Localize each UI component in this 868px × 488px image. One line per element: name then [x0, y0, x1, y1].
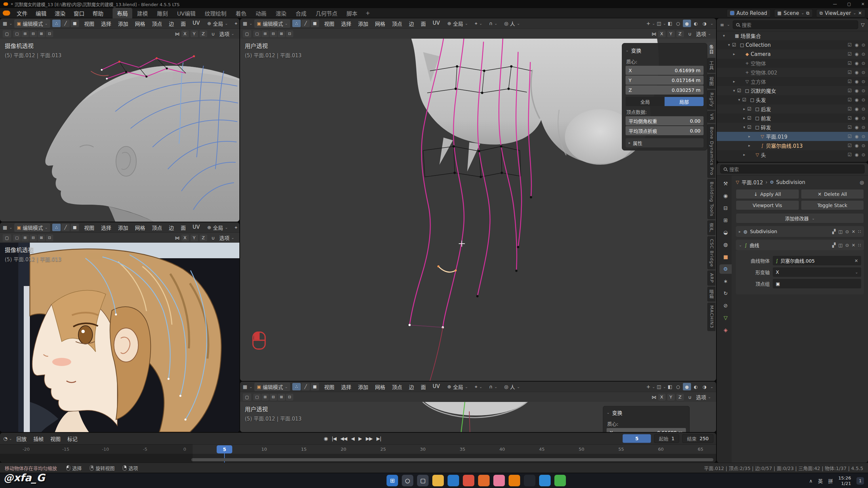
- properties-tab[interactable]: ◍: [719, 240, 732, 249]
- play-reverse-button[interactable]: ◀: [351, 436, 354, 441]
- editor-type-icon[interactable]: ▦: [3, 21, 7, 26]
- notification-badge[interactable]: 1: [856, 477, 864, 485]
- jump-start-button[interactable]: |◀: [332, 436, 336, 441]
- properties-tab[interactable]: ∗: [719, 277, 732, 286]
- workspace-tab[interactable]: 动画: [251, 8, 271, 19]
- viewport-menu-item[interactable]: 选择: [98, 19, 114, 28]
- properties-tab[interactable]: ▽: [719, 313, 732, 323]
- deform-axis-dropdown[interactable]: X ⌄: [773, 267, 861, 277]
- select-extend-button[interactable]: ⊞: [21, 30, 29, 37]
- workspace-tab[interactable]: UV编辑: [173, 8, 200, 19]
- select-invert-button[interactable]: ⊠: [38, 235, 45, 241]
- outliner-row[interactable]: ▾ ☑ □ Collection ☑ ◉ ⊙: [717, 40, 868, 49]
- hide-viewport-icon[interactable]: ◉: [855, 79, 859, 84]
- select-new-button[interactable]: ▢: [253, 394, 261, 401]
- viewport-main[interactable]: ▦ ⌄ ▣ 编辑模式 ⌄ ∴ ╱ ■ 视图选择添加网格顶点边面UV ⊕ 全局 ⌄…: [240, 18, 716, 381]
- select-subtract-button[interactable]: ⊟: [270, 394, 277, 401]
- viewport-menu-item[interactable]: 边: [166, 19, 177, 28]
- viewport-menu-item[interactable]: 网格: [132, 19, 148, 28]
- sidebar-tab[interactable]: ARP: [707, 270, 715, 286]
- editor-type-icon[interactable]: ▦: [3, 225, 7, 230]
- workspace-tab[interactable]: 几何节点: [311, 8, 342, 19]
- outliner-row[interactable]: ▸ ◆ Camera ☑ ◉ ⊙: [717, 49, 868, 59]
- select-extend-button[interactable]: ⊞: [261, 394, 269, 401]
- outliner-row[interactable]: ▸ ▽ 立方体 ☑ ◉ ⊙: [717, 77, 868, 86]
- hide-viewport-icon[interactable]: ◉: [855, 134, 859, 139]
- xray-icon[interactable]: ◧: [668, 21, 672, 26]
- xray-icon[interactable]: ◧: [668, 384, 672, 389]
- disable-render-icon[interactable]: ⊙: [862, 152, 865, 157]
- expand-icon[interactable]: ▸: [741, 107, 747, 111]
- disable-render-icon[interactable]: ⊙: [862, 79, 865, 84]
- hide-viewport-icon[interactable]: ◉: [855, 52, 859, 57]
- properties-tab[interactable]: ⚒: [719, 179, 732, 188]
- modifier-subdivision[interactable]: ▸ ◍ Subdivision ▞ ◫ ⊙ ✕ ∷: [736, 226, 864, 237]
- exclude-checkbox-icon[interactable]: ☑: [848, 116, 852, 121]
- hide-viewport-icon[interactable]: ◉: [855, 143, 859, 148]
- prev-keyframe-button[interactable]: ◀◀: [340, 436, 347, 441]
- modifier-extras-icon[interactable]: ∷: [858, 229, 861, 234]
- viewport-menu-item[interactable]: 边: [406, 382, 417, 391]
- overlays-icon[interactable]: ◫: [657, 21, 661, 26]
- collection-checkbox[interactable]: ☑: [747, 106, 754, 111]
- ime-language-indicator[interactable]: 英: [818, 477, 823, 484]
- viewport-menu-item[interactable]: 边: [406, 19, 417, 28]
- hide-viewport-icon[interactable]: ◉: [855, 97, 859, 102]
- properties-tab[interactable]: ◒: [719, 228, 732, 237]
- workspace-tab[interactable]: 布局: [113, 8, 132, 19]
- taskbar-app-icon[interactable]: [448, 475, 459, 486]
- face-select-button[interactable]: ■: [71, 224, 79, 231]
- workspace-tab[interactable]: 建模: [133, 8, 152, 19]
- curve-object-field[interactable]: ∫ 贝塞尔曲线.005 ✕: [773, 256, 861, 265]
- shading-solid-button[interactable]: ●: [683, 383, 691, 390]
- sidebar-tab[interactable]: Bone Dynamics Pro: [707, 124, 715, 178]
- sidebar-tab[interactable]: 工具: [707, 58, 715, 73]
- active-tool-icon[interactable]: ▢: [243, 30, 251, 38]
- exclude-checkbox-icon[interactable]: ☑: [848, 61, 852, 66]
- orientation-dropdown[interactable]: ⊕ 全局 ⌄: [445, 19, 470, 28]
- shading-wireframe-button[interactable]: ○: [674, 20, 682, 27]
- median-value-field[interactable]: Z0.030257 m: [626, 85, 704, 95]
- remove-viewlayer-icon[interactable]: ✕: [858, 11, 862, 16]
- breadcrumb-modifier[interactable]: Subdivision: [776, 179, 805, 185]
- properties-tab[interactable]: ↻: [719, 289, 732, 298]
- gizmo-icon[interactable]: +: [646, 384, 650, 389]
- delete-all-button[interactable]: ✕Delete All: [801, 189, 864, 199]
- outliner-row[interactable]: + 空物体.002 ☑ ◉ ⊙: [717, 68, 868, 77]
- taskbar-app-icon[interactable]: ▢: [417, 475, 429, 486]
- select-intersect-button[interactable]: ⊡: [286, 30, 293, 37]
- mirror-x-button[interactable]: X: [658, 394, 666, 401]
- jump-end-button[interactable]: ▶|: [376, 436, 381, 441]
- menu-item[interactable]: 文件: [13, 8, 31, 18]
- select-subtract-button[interactable]: ⊟: [270, 30, 277, 37]
- editor-type-icon[interactable]: ▦: [243, 21, 247, 26]
- expand-icon[interactable]: ▾: [726, 43, 732, 47]
- properties-tab[interactable]: ◉: [719, 191, 732, 201]
- orientation-dropdown[interactable]: ⊕ 全局 ⌄: [445, 383, 470, 391]
- viewport-menu-item[interactable]: 选择: [338, 382, 354, 391]
- expand-icon[interactable]: ▾: [741, 125, 747, 129]
- outliner-editor[interactable]: ≡ ⌄ 搜索 ▽ ▾ ▦ 场景集合 ☑ ◉ ⊙: [717, 18, 868, 162]
- select-intersect-button[interactable]: ⊡: [46, 235, 53, 241]
- sidebar-tab[interactable]: 资产: [707, 220, 715, 235]
- shading-rendered-button[interactable]: ◑: [701, 383, 709, 390]
- viewport-menu-item[interactable]: 面: [418, 382, 429, 391]
- viewport-menu-item[interactable]: 顶点: [149, 223, 165, 232]
- expand-icon[interactable]: ▸: [731, 52, 737, 56]
- viewport-menu-item[interactable]: UV: [190, 223, 203, 232]
- viewport-menu-item[interactable]: 边: [166, 223, 177, 232]
- exclude-checkbox-icon[interactable]: ☑: [848, 134, 852, 139]
- select-new-button[interactable]: ▢: [253, 30, 261, 37]
- auto-keyframe-toggle[interactable]: ◉: [324, 436, 328, 441]
- outliner-row[interactable]: ▸ ▽ 头 ☑ ◉ ⊙: [717, 150, 868, 159]
- realtime-toggle-icon[interactable]: ◫: [839, 243, 843, 248]
- median-value-field[interactable]: Y0.017164 m: [626, 76, 704, 85]
- shading-material-button[interactable]: ◐: [692, 383, 700, 390]
- pivot-dropdown[interactable]: ⌖⌄: [232, 224, 239, 231]
- collection-checkbox[interactable]: ☑: [747, 125, 754, 130]
- attributes-section[interactable]: ▸属性: [626, 138, 704, 147]
- viewport-menu-item[interactable]: 选择: [98, 223, 114, 232]
- edge-select-button[interactable]: ╱: [301, 20, 310, 27]
- viewport-camera-top[interactable]: ▦ ⌄ ▣ 编辑模式 ⌄ ∴ ╱ ■ 视图选择添加网格顶点边面UV ⊕ 全局 ⌄…: [0, 18, 239, 222]
- workspace-tab[interactable]: 雕刻: [153, 8, 172, 19]
